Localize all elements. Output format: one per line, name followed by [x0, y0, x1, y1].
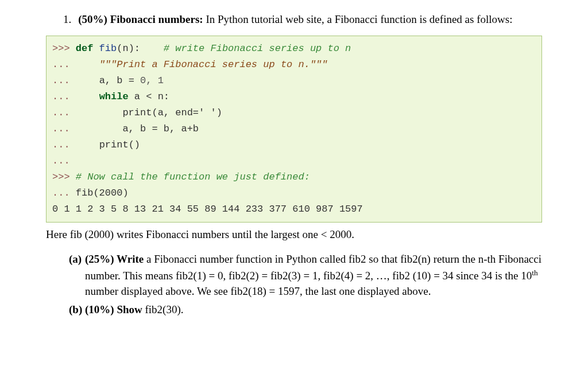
part-a-body1: a Fibonacci number function in Python ca… — [85, 253, 541, 282]
code-keyword-while: while — [99, 91, 129, 102]
code-comment: # write Fibonacci series up to n — [164, 43, 351, 54]
code-assign: a, b — [99, 75, 129, 86]
question-number: 1. — [63, 11, 71, 28]
code-prompt: ... — [52, 155, 70, 166]
code-prompt: ... — [52, 139, 99, 150]
code-print: print — [99, 139, 129, 150]
code-output: 0 1 1 2 3 5 8 13 21 34 55 89 144 233 377… — [52, 204, 363, 215]
code-eq: = — [129, 75, 134, 86]
code-cond: a < n: — [129, 91, 169, 102]
part-a-text: (25%) Write a Fibonacci number function … — [85, 251, 542, 299]
part-b-weight: (10%) Show — [85, 303, 142, 315]
part-b-label: (b) — [69, 302, 85, 318]
part-a-body2: number displayed above. We see fib2(18) … — [85, 285, 431, 297]
code-sig: (n): — [117, 43, 164, 54]
code-values: 0, 1 — [134, 75, 164, 86]
sub-parts: (a) (25%) Write a Fibonacci number funct… — [69, 251, 542, 318]
code-print: print — [122, 107, 152, 118]
code-prompt: >>> — [52, 43, 76, 54]
part-a-label: (a) — [69, 251, 85, 299]
code-call: fib(2000) — [76, 188, 129, 198]
document-page: 1. (50%) Fibonacci numbers: In Python tu… — [0, 0, 588, 332]
code-prompt: >>> — [52, 171, 76, 182]
code-print-args: (a, end=' ') — [152, 107, 222, 118]
part-b: (b) (10%) Show fib2(30). — [69, 302, 542, 318]
code-keyword-def: def — [76, 43, 94, 54]
part-b-text: (10%) Show fib2(30). — [85, 302, 542, 318]
code-prompt: ... — [52, 91, 99, 102]
code-print-args: () — [129, 139, 140, 150]
question-header: 1. (50%) Fibonacci numbers: In Python tu… — [46, 11, 542, 28]
code-block: >>> def fib(n): # write Fibonacci series… — [46, 36, 542, 223]
question-title: Fibonacci numbers: — [110, 13, 203, 25]
code-prompt: ... — [52, 123, 122, 134]
code-func-name: fib — [93, 43, 117, 54]
part-b-body: fib2(30). — [142, 303, 184, 315]
question-intro-rest: In Python tutorial web site, a Fibonacci… — [203, 13, 513, 25]
explanation-text: Here fib (2000) writes Fibonacci numbers… — [46, 228, 542, 241]
part-a: (a) (25%) Write a Fibonacci number funct… — [69, 251, 542, 299]
code-prompt: ... — [52, 188, 76, 198]
code-prompt: ... — [52, 107, 122, 118]
question-weight: (50%) — [78, 13, 107, 25]
code-docstring: """Print a Fibonacci series up to n.""" — [99, 59, 328, 70]
ordinal-suffix: th — [532, 268, 537, 277]
code-swap: a, b = b, a+b — [122, 123, 199, 134]
part-a-weight: (25%) Write — [85, 253, 144, 265]
question-intro: (50%) Fibonacci numbers: In Python tutor… — [78, 11, 542, 28]
code-prompt: ... — [52, 75, 99, 86]
code-prompt: ... — [52, 59, 99, 70]
code-comment: # Now call the function we just defined: — [76, 171, 310, 182]
